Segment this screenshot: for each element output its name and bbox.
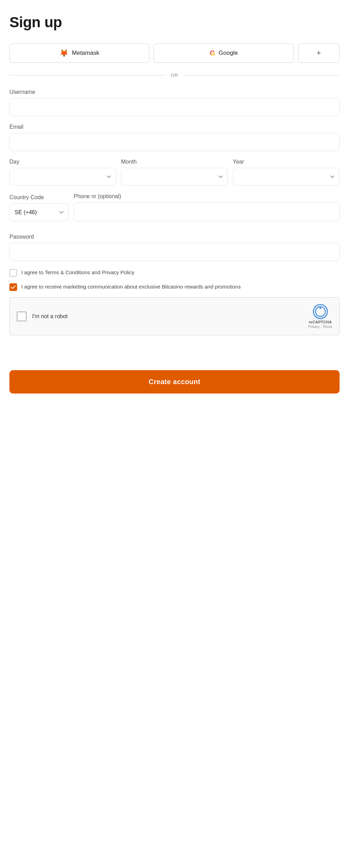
recaptcha-left: I'm not a robot: [17, 312, 68, 321]
divider: OR: [9, 73, 340, 78]
recaptcha-right: reCAPTCHA Privacy - Terms: [308, 304, 332, 329]
page-title: Sign up: [9, 14, 340, 31]
oauth-buttons-group: 🦊 Metamask G Google +: [9, 43, 340, 63]
day-select[interactable]: [9, 168, 116, 186]
password-input[interactable]: [9, 243, 340, 261]
metamask-button[interactable]: 🦊 Metamask: [9, 43, 149, 63]
recaptcha-checkbox[interactable]: [17, 312, 27, 321]
phone-label: Phone nr (optional): [74, 193, 340, 200]
terms-checkbox[interactable]: [9, 269, 17, 277]
month-group: Month: [121, 159, 228, 186]
create-account-button[interactable]: Create account: [9, 370, 340, 394]
metamask-icon: 🦊: [60, 49, 68, 57]
spacer: [9, 349, 340, 370]
year-group: Year: [233, 159, 340, 186]
recaptcha-links-text: Privacy - Terms: [308, 325, 332, 329]
plus-icon: +: [317, 48, 321, 58]
username-group: Username: [9, 89, 340, 116]
phone-row: Country Code SE (+46) Phone nr (optional…: [9, 193, 340, 221]
more-options-button[interactable]: +: [298, 43, 340, 63]
email-group: Email: [9, 124, 340, 151]
phone-group: Phone nr (optional): [74, 193, 340, 221]
google-icon: G: [210, 49, 215, 57]
recaptcha-box: I'm not a robot reCAPTCHA Privacy - Term…: [9, 297, 340, 335]
metamask-label: Metamask: [72, 50, 99, 57]
username-label: Username: [9, 89, 340, 95]
phone-input[interactable]: [74, 202, 340, 221]
country-code-select[interactable]: SE (+46): [9, 203, 69, 221]
email-label: Email: [9, 124, 340, 130]
year-label: Year: [233, 159, 340, 165]
password-label: Password: [9, 234, 340, 240]
day-label: Day: [9, 159, 116, 165]
divider-text: OR: [171, 73, 178, 78]
divider-line-right: [183, 75, 340, 75]
email-input[interactable]: [9, 133, 340, 151]
google-button[interactable]: G Google: [154, 43, 294, 63]
recaptcha-text: I'm not a robot: [32, 313, 68, 320]
month-select[interactable]: [121, 168, 228, 186]
terms-checkbox-group: I agree to Terms & Conditions and Privac…: [9, 269, 340, 277]
marketing-checkbox[interactable]: [9, 283, 17, 291]
day-group: Day: [9, 159, 116, 186]
password-group: Password: [9, 234, 340, 261]
year-select[interactable]: [233, 168, 340, 186]
recaptcha-brand-text: reCAPTCHA: [309, 320, 332, 324]
recaptcha-logo-icon: [313, 304, 328, 319]
username-input[interactable]: [9, 98, 340, 116]
month-label: Month: [121, 159, 228, 165]
country-code-label: Country Code: [9, 194, 69, 201]
date-row: Day Month Year: [9, 159, 340, 186]
marketing-label: I agree to receive marketing communicati…: [21, 283, 241, 291]
google-label: Google: [219, 50, 238, 57]
marketing-checkbox-group: I agree to receive marketing communicati…: [9, 283, 340, 291]
terms-label: I agree to Terms & Conditions and Privac…: [21, 269, 134, 277]
divider-line-left: [9, 75, 166, 75]
country-code-group: Country Code SE (+46): [9, 194, 69, 221]
